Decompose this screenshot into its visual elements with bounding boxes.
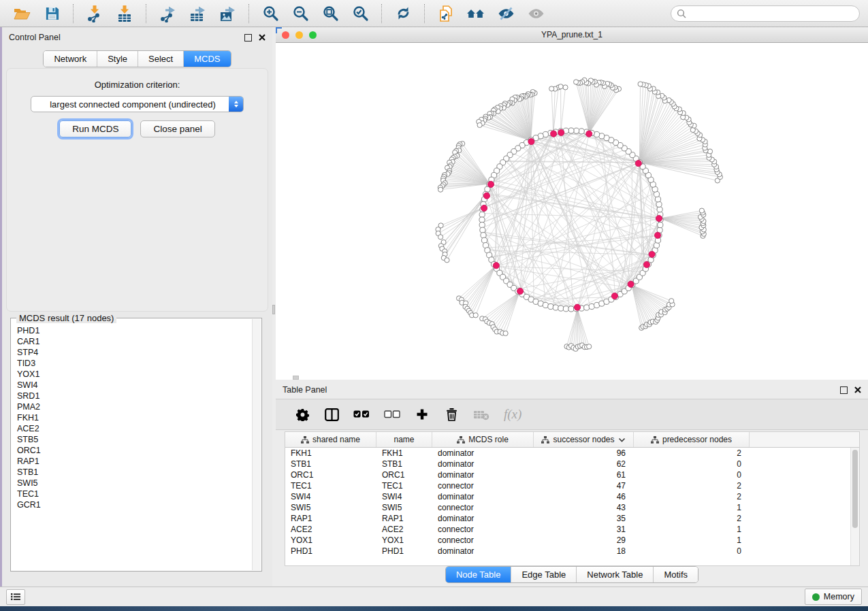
mcds-node[interactable] (487, 181, 494, 187)
cell-name[interactable]: STB1 (376, 459, 432, 469)
cell-MCDS-role[interactable]: dominator (432, 514, 534, 523)
network-node[interactable] (558, 306, 564, 311)
close-panel-icon[interactable] (259, 34, 266, 41)
cell-MCDS-role[interactable]: dominator (432, 448, 534, 458)
close-table-panel-icon[interactable] (854, 386, 861, 393)
mcds-node[interactable] (574, 304, 580, 310)
network-node[interactable] (654, 243, 659, 248)
table-row[interactable]: RAP1RAP1dominator352 (285, 513, 859, 524)
result-node-item[interactable]: YOX1 (17, 369, 252, 380)
deselect-all-button[interactable] (384, 406, 400, 423)
cell-MCDS-role[interactable]: connector (432, 525, 534, 534)
network-node[interactable] (669, 299, 674, 303)
network-canvas[interactable] (276, 43, 868, 380)
network-node[interactable] (473, 313, 478, 318)
column-header-MCDS-role[interactable]: MCDS role (432, 432, 534, 447)
table-row[interactable]: ACE2ACE2connector311 (285, 524, 859, 535)
tab-style[interactable]: Style (97, 51, 138, 67)
import-table-button[interactable] (111, 3, 138, 24)
cell-predecessor-nodes[interactable]: 2 (634, 481, 750, 491)
cell-name[interactable]: PHD1 (376, 546, 432, 556)
delete-entry-button[interactable] (444, 406, 459, 423)
network-node[interactable] (445, 258, 449, 263)
tab-network-table[interactable]: Network Table (577, 567, 654, 582)
import-network-button[interactable] (81, 3, 108, 24)
network-node[interactable] (549, 86, 554, 91)
network-node[interactable] (587, 344, 592, 349)
cell-shared-name[interactable]: FKH1 (285, 448, 376, 458)
network-node[interactable] (548, 303, 553, 309)
select-all-button[interactable] (353, 406, 370, 423)
tab-mcds[interactable]: MCDS (184, 51, 230, 67)
network-node[interactable] (479, 217, 485, 222)
zoom-selected-button[interactable] (347, 3, 374, 24)
cell-successor-nodes[interactable]: 96 (534, 448, 634, 458)
cell-name[interactable]: SWI5 (376, 503, 432, 512)
result-node-item[interactable]: STP4 (17, 347, 252, 358)
export-network-button[interactable] (154, 3, 181, 24)
mcds-node[interactable] (483, 193, 489, 199)
network-node[interactable] (594, 131, 600, 137)
mcds-node[interactable] (493, 263, 499, 269)
result-node-item[interactable]: GCR1 (17, 499, 252, 510)
network-node[interactable] (563, 306, 568, 312)
zoom-fit-button[interactable] (317, 3, 344, 24)
cell-predecessor-nodes[interactable]: 1 (634, 535, 750, 545)
close-panel-button[interactable]: Close panel (140, 120, 214, 137)
network-node[interactable] (699, 208, 704, 213)
network-node[interactable] (656, 201, 662, 207)
cell-successor-nodes[interactable]: 47 (534, 481, 634, 491)
task-history-button[interactable] (6, 589, 25, 605)
cell-name[interactable]: FKH1 (376, 448, 432, 458)
network-node[interactable] (503, 331, 508, 335)
network-node[interactable] (543, 302, 548, 308)
result-list-scrollbar[interactable] (252, 319, 261, 570)
cell-name[interactable]: ORC1 (376, 470, 432, 480)
network-node[interactable] (480, 227, 485, 233)
cell-successor-nodes[interactable]: 31 (534, 525, 634, 534)
cell-successor-nodes[interactable]: 62 (534, 459, 634, 469)
run-mcds-button[interactable]: Run MCDS (59, 120, 131, 137)
column-header-successor-nodes[interactable]: successor nodes (534, 432, 634, 447)
mcds-node[interactable] (654, 232, 660, 238)
cell-name[interactable]: YOX1 (376, 535, 432, 545)
column-header-shared-name[interactable]: shared name (285, 432, 376, 447)
hide-selected-button[interactable] (492, 3, 519, 24)
cell-MCDS-role[interactable]: dominator (432, 470, 534, 480)
network-node[interactable] (563, 85, 568, 90)
result-node-item[interactable]: FKH1 (17, 412, 252, 423)
table-row[interactable]: ORC1ORC1dominator610 (285, 469, 859, 480)
network-node[interactable] (553, 305, 558, 310)
mcds-node[interactable] (611, 293, 617, 299)
search-input[interactable] (671, 5, 860, 22)
result-node-item[interactable]: CAR1 (17, 336, 252, 347)
network-node[interactable] (584, 305, 590, 310)
column-header-name[interactable]: name (376, 432, 432, 447)
function-builder-button[interactable]: f(x) (504, 406, 521, 423)
result-node-item[interactable]: SRD1 (17, 391, 252, 401)
network-node[interactable] (574, 128, 579, 133)
mcds-node[interactable] (656, 215, 662, 221)
mcds-node[interactable] (551, 131, 557, 137)
cell-predecessor-nodes[interactable]: 2 (634, 514, 750, 523)
network-from-selection-button[interactable] (432, 3, 460, 24)
network-node[interactable] (481, 237, 487, 243)
network-node[interactable] (479, 222, 485, 228)
result-node-item[interactable]: SWI5 (17, 478, 252, 489)
cell-successor-nodes[interactable]: 29 (534, 535, 634, 545)
cell-predecessor-nodes[interactable]: 2 (634, 448, 750, 458)
cell-predecessor-nodes[interactable]: 0 (634, 459, 750, 469)
gear-button[interactable] (295, 406, 310, 423)
cell-MCDS-role[interactable]: connector (432, 503, 534, 512)
open-file-button[interactable] (8, 3, 35, 24)
cell-successor-nodes[interactable]: 43 (534, 503, 634, 512)
cell-predecessor-nodes[interactable]: 2 (634, 492, 750, 501)
result-node-item[interactable]: TID3 (17, 358, 252, 369)
cell-shared-name[interactable]: RAP1 (285, 514, 376, 523)
network-graph[interactable] (276, 43, 868, 380)
network-node[interactable] (477, 122, 482, 127)
memory-button[interactable]: Memory (805, 589, 862, 605)
tab-select[interactable]: Select (138, 51, 184, 67)
network-node[interactable] (438, 235, 443, 240)
splitter-grip[interactable] (272, 305, 275, 314)
